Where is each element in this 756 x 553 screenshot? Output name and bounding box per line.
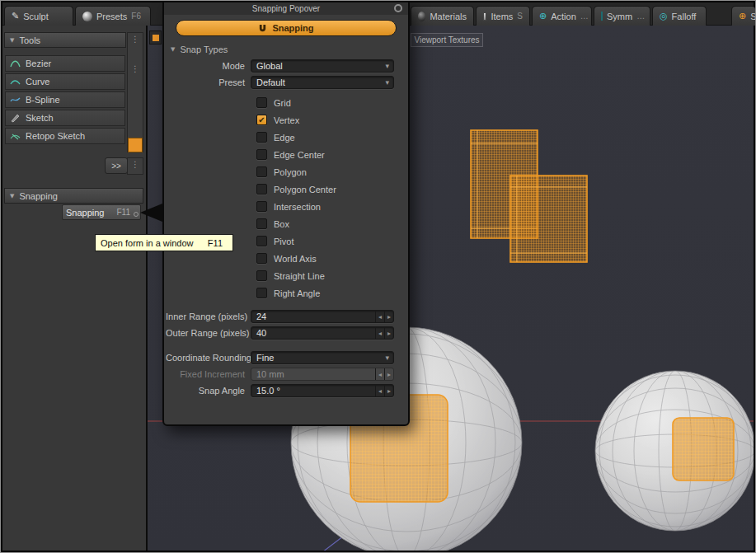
tool-strip-lower[interactable]: ⋮ [127,157,143,175]
preset-dropdown[interactable]: Default ▾ [251,76,394,89]
viewport-textures-button[interactable]: Viewport Textures [411,33,483,47]
spinner-right-icon[interactable]: ▸ [384,385,393,396]
chevron-down-icon: ▾ [385,354,393,362]
tool-item-sketch[interactable]: Sketch [5,110,125,126]
check-icon: ✔ [258,115,265,124]
presets-sphere-icon [82,12,92,21]
tooltip-shortcut: F11 [208,238,223,248]
snap-type-row-right-angle[interactable]: Right Angle [166,284,398,302]
pivot-checkbox[interactable] [256,236,267,246]
tab-symmetry[interactable]: Symm … [594,6,650,26]
snap-type-row-polygon[interactable]: Polygon [166,163,398,180]
tool-item-retopo-sketch[interactable]: Retopo Sketch [5,128,125,144]
snap-type-row-intersection[interactable]: Intersection [166,198,398,215]
snapping-button-label: Snapping [66,208,105,218]
snapping-form-button[interactable]: Snapping F11 [62,204,141,220]
inner-range-field[interactable]: 24 ◂▸ [251,310,394,323]
snapping-popover: Snapping Popover Snapping ▼ Snap Types M… [162,1,410,426]
spinner-right-icon: ▸ [384,368,393,380]
snap-type-row-grid[interactable]: Grid [166,94,398,111]
tab-label: Action [551,12,576,21]
fixed-increment-row: Fixed Increment 10 mm ◂▸ [166,368,398,381]
box-checkbox[interactable] [256,218,267,229]
straight-line-checkbox[interactable] [256,270,267,281]
tab-materials[interactable]: Materials [411,6,474,26]
drag-handle-icon[interactable]: ⋮ [131,161,139,169]
mode-label: Mode [166,61,251,71]
polygon-center-checkbox[interactable] [256,184,267,194]
snapping-section-header[interactable]: ▼ Snapping [4,188,143,204]
chevron-down-icon: ▾ [385,78,393,87]
tools-section-header[interactable]: ▼ Tools [4,32,126,48]
tab-suffix: … [580,12,589,21]
mode-row: Mode Global ▾ [166,59,398,73]
spinner-left-icon[interactable]: ◂ [375,385,384,396]
edge-checkbox[interactable] [256,132,267,143]
coordinate-rounding-dropdown[interactable]: Fine ▾ [251,351,394,364]
left-panel: ▼ Tools ⋮ ⋮ Bezier Curve B-Spline Sketch… [2,26,148,551]
drag-handle-icon[interactable]: ⋮ [131,35,139,44]
snap-type-row-vertex[interactable]: ✔ Vertex [166,111,398,129]
tool-strip-active-slot[interactable] [128,138,143,152]
tab-suffix: S [517,12,523,21]
snap-type-row-polygon-center[interactable]: Polygon Center [166,180,398,198]
tool-item-bspline[interactable]: B-Spline [5,91,125,108]
mode-dropdown[interactable]: Global ▾ [251,59,394,73]
spinner-right-icon[interactable]: ▸ [384,311,393,322]
outer-range-value: 40 [256,328,266,338]
collapse-triangle-icon: ▼ [10,37,14,44]
right-angle-checkbox[interactable] [256,288,267,298]
inner-range-value: 24 [256,312,266,321]
tooltip: Open form in a window F11 [95,234,233,251]
snap-type-row-edge[interactable]: Edge [166,129,398,146]
world-axis-checkbox[interactable] [256,253,267,264]
snapping-form: Mode Global ▾ Preset Default ▾ Grid [164,59,408,397]
spinner-right-icon[interactable]: ▸ [384,327,393,339]
grid-checkbox[interactable] [256,97,267,108]
outer-range-row: Outer Range (pixels) 40 ◂▸ [166,326,398,340]
snapping-enable-button[interactable]: Snapping [176,20,397,36]
tab-action[interactable]: ⊕ Action … [532,6,592,26]
chevron-down-icon: ▾ [385,62,393,70]
snap-angle-field[interactable]: 15.0 ° ◂▸ [251,384,394,397]
tool-label: B-Spline [26,95,60,105]
mode-value: Global [256,61,283,71]
expand-tools-button[interactable]: >> [105,157,128,174]
tool-item-bezier[interactable]: Bezier [5,55,125,72]
intersection-checkbox[interactable] [256,201,267,212]
inner-range-row: Inner Range (pixels) 24 ◂▸ [166,310,398,323]
snap-type-row-edge-center[interactable]: Edge Center [166,146,398,163]
pen-icon: ✎ [12,11,19,21]
tab-presets[interactable]: Presets F6 [75,6,151,26]
vertex-checkbox[interactable]: ✔ [256,115,267,125]
snap-angle-value: 15.0 ° [256,386,280,396]
snap-highlight-small[interactable] [673,418,734,480]
tab-falloff[interactable]: ◎ Falloff [652,6,707,26]
drag-handle-icon[interactable]: ⋮ [131,65,139,73]
tab-snap-edge[interactable]: ⊕ S [731,6,756,26]
polygon-checkbox[interactable] [256,166,267,177]
snap-type-row-straight-line[interactable]: Straight Line [166,267,398,284]
tab-sculpt[interactable]: ✎ Sculpt [4,6,73,26]
tab-items[interactable]: Items S [476,6,530,26]
preset-row: Preset Default ▾ [166,76,398,89]
popover-pin-icon[interactable] [394,4,402,12]
snap-type-row-box[interactable]: Box [166,215,398,232]
outer-range-field[interactable]: 40 ◂▸ [251,326,394,340]
popover-title: Snapping Popover [164,2,408,15]
bezier-curve-icon [10,59,21,68]
viewport-toolbar-icon[interactable] [149,30,162,45]
spinner-left-icon[interactable]: ◂ [375,327,384,339]
tool-strip[interactable]: ⋮ ⋮ [127,32,143,152]
snap-type-row-world-axis[interactable]: World Axis [166,250,398,267]
tab-label: Symm [607,12,632,21]
edge-center-checkbox[interactable] [256,149,267,160]
preset-value: Default [256,77,285,87]
sphere-small[interactable] [595,371,754,531]
snap-types-header[interactable]: ▼ Snap Types [164,36,408,59]
tooltip-text: Open form in a window [101,238,194,248]
tool-item-curve[interactable]: Curve [5,73,125,90]
spinner-left-icon[interactable]: ◂ [375,311,384,322]
snap-target-box-front[interactable] [510,176,587,262]
fixed-increment-value: 10 mm [256,369,284,379]
